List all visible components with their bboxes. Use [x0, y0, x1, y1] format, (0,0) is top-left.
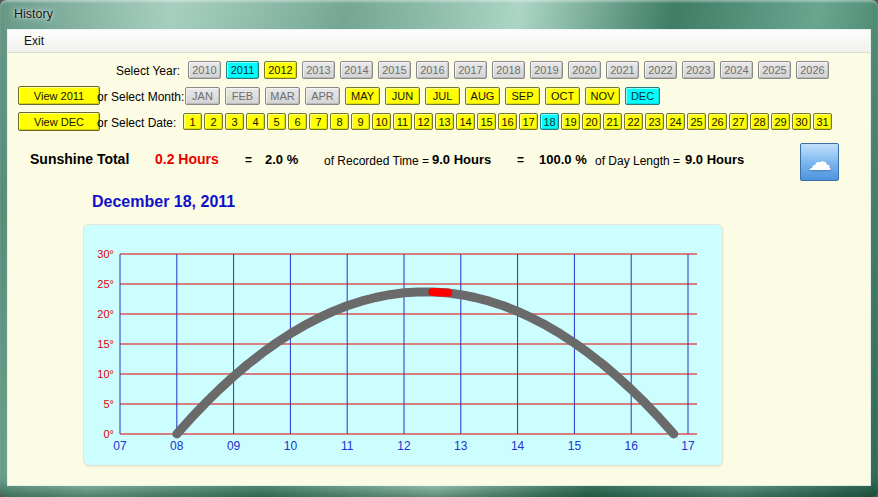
date-button-29[interactable]: 29	[771, 113, 790, 130]
x-tick-label: 10	[284, 439, 298, 453]
title-bar[interactable]: History	[0, 0, 878, 30]
date-button-25[interactable]: 25	[687, 113, 706, 130]
year-button-2017[interactable]: 2017	[454, 61, 487, 79]
year-button-2024[interactable]: 2024	[720, 61, 753, 79]
y-tick-label: 5°	[103, 398, 114, 410]
date-button-20[interactable]: 20	[582, 113, 601, 130]
chart-date-title: December 18, 2011	[92, 193, 235, 211]
month-button-jul[interactable]: JUL	[425, 87, 460, 105]
year-button-2021[interactable]: 2021	[606, 61, 639, 79]
date-button-22[interactable]: 22	[624, 113, 643, 130]
year-button-2020[interactable]: 2020	[568, 61, 601, 79]
equals-sign-1: =	[245, 153, 252, 167]
day-hours-value: 9.0 Hours	[685, 152, 744, 167]
date-button-7[interactable]: 7	[309, 113, 328, 130]
date-button-4[interactable]: 4	[246, 113, 265, 130]
year-button-2026[interactable]: 2026	[796, 61, 829, 79]
date-button-27[interactable]: 27	[729, 113, 748, 130]
month-button-mar[interactable]: MAR	[265, 87, 300, 105]
year-button-row: 2010201120122013201420152016201720182019…	[188, 61, 829, 79]
recorded-hours-value: 9.0 Hours	[432, 152, 491, 167]
sunshine-total-label: Sunshine Total	[30, 151, 129, 167]
date-button-10[interactable]: 10	[372, 113, 391, 130]
date-button-31[interactable]: 31	[813, 113, 832, 130]
year-button-2023[interactable]: 2023	[682, 61, 715, 79]
x-tick-label: 13	[454, 439, 468, 453]
year-button-2014[interactable]: 2014	[340, 61, 373, 79]
x-tick-label: 12	[397, 439, 411, 453]
y-tick-label: 25°	[97, 278, 114, 290]
year-button-2013[interactable]: 2013	[302, 61, 335, 79]
sunshine-hours-value: 0.2 Hours	[155, 151, 219, 167]
cloud-icon: ☁	[808, 150, 832, 174]
view-month-button[interactable]: View DEC	[18, 112, 100, 131]
of-recorded-time-label: of Recorded Time =	[324, 154, 429, 168]
date-button-30[interactable]: 30	[792, 113, 811, 130]
date-button-2[interactable]: 2	[204, 113, 223, 130]
date-button-18[interactable]: 18	[540, 113, 559, 130]
year-button-2012[interactable]: 2012	[264, 61, 297, 79]
window-title: History	[14, 7, 53, 21]
year-button-2025[interactable]: 2025	[758, 61, 791, 79]
history-window: History Exit Select Year: 20102011201220…	[0, 0, 878, 497]
year-button-2015[interactable]: 2015	[378, 61, 411, 79]
year-button-2018[interactable]: 2018	[492, 61, 525, 79]
year-button-2010[interactable]: 2010	[188, 61, 221, 79]
year-button-2019[interactable]: 2019	[530, 61, 563, 79]
x-tick-label: 14	[511, 439, 525, 453]
date-button-5[interactable]: 5	[267, 113, 286, 130]
date-button-11[interactable]: 11	[393, 113, 412, 130]
select-year-label: Select Year:	[8, 64, 180, 78]
x-tick-label: 08	[170, 439, 184, 453]
x-tick-label: 16	[625, 439, 639, 453]
date-button-28[interactable]: 28	[750, 113, 769, 130]
recorded-sunshine-segment	[432, 292, 448, 293]
date-button-16[interactable]: 16	[498, 113, 517, 130]
year-button-2011[interactable]: 2011	[226, 61, 259, 79]
cloud-weather-button[interactable]: ☁	[800, 143, 839, 181]
date-button-17[interactable]: 17	[519, 113, 538, 130]
date-button-23[interactable]: 23	[645, 113, 664, 130]
sun-elevation-curve	[177, 292, 674, 434]
date-button-6[interactable]: 6	[288, 113, 307, 130]
y-tick-label: 10°	[97, 368, 114, 380]
date-button-12[interactable]: 12	[414, 113, 433, 130]
x-tick-label: 09	[227, 439, 241, 453]
date-button-1[interactable]: 1	[183, 113, 202, 130]
date-button-8[interactable]: 8	[330, 113, 349, 130]
date-button-9[interactable]: 9	[351, 113, 370, 130]
window-content: Exit Select Year: 2010201120122013201420…	[8, 30, 870, 485]
month-button-jun[interactable]: JUN	[385, 87, 420, 105]
recorded-percent-value: 2.0 %	[265, 152, 298, 167]
view-year-button[interactable]: View 2011	[18, 86, 100, 105]
of-day-length-label: of Day Length =	[595, 154, 680, 168]
day-percent-value: 100.0 %	[539, 152, 587, 167]
y-tick-label: 0°	[103, 428, 114, 440]
date-button-24[interactable]: 24	[666, 113, 685, 130]
y-tick-label: 20°	[97, 308, 114, 320]
year-button-2016[interactable]: 2016	[416, 61, 449, 79]
month-button-dec[interactable]: DEC	[625, 87, 660, 105]
month-button-oct[interactable]: OCT	[545, 87, 580, 105]
menu-item-exit[interactable]: Exit	[18, 32, 50, 50]
date-button-14[interactable]: 14	[456, 113, 475, 130]
month-button-row: JANFEBMARAPRMAYJUNJULAUGSEPOCTNOVDEC	[185, 87, 660, 105]
y-tick-label: 15°	[97, 338, 114, 350]
x-tick-label: 15	[568, 439, 582, 453]
month-button-feb[interactable]: FEB	[225, 87, 260, 105]
month-button-sep[interactable]: SEP	[505, 87, 540, 105]
month-button-may[interactable]: MAY	[345, 87, 380, 105]
date-button-13[interactable]: 13	[435, 113, 454, 130]
date-button-15[interactable]: 15	[477, 113, 496, 130]
date-button-19[interactable]: 19	[561, 113, 580, 130]
year-button-2022[interactable]: 2022	[644, 61, 677, 79]
menu-bar: Exit	[8, 30, 870, 53]
month-button-aug[interactable]: AUG	[465, 87, 500, 105]
month-button-apr[interactable]: APR	[305, 87, 340, 105]
month-button-nov[interactable]: NOV	[585, 87, 620, 105]
date-button-row: 1234567891011121314151617181920212223242…	[183, 113, 832, 130]
date-button-3[interactable]: 3	[225, 113, 244, 130]
month-button-jan[interactable]: JAN	[185, 87, 220, 105]
date-button-26[interactable]: 26	[708, 113, 727, 130]
date-button-21[interactable]: 21	[603, 113, 622, 130]
